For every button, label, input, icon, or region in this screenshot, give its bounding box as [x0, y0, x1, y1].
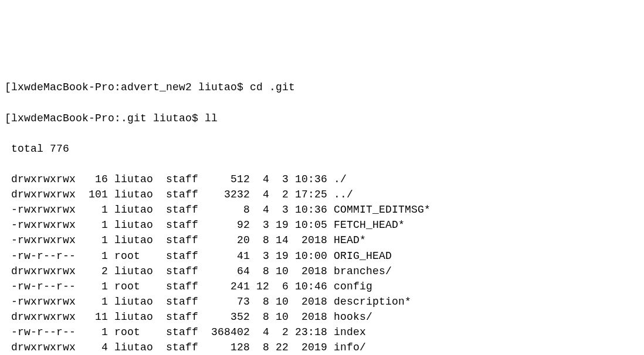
terminal-output: [lxwdeMacBook-Pro:advert_new2 liutao$ cd… [5, 64, 639, 355]
command-text[interactable]: ll [205, 112, 218, 124]
prompt-line-2: [lxwdeMacBook-Pro:.git liutao$ ll [5, 111, 639, 126]
listing-row: drwxrwxrwx 11 liutao staff 352 8 10 2018… [5, 309, 639, 325]
listing-row: drwxrwxrwx 16 liutao staff 512 4 3 10:36… [5, 172, 639, 187]
listing-row: drwxrwxrwx 4 liutao staff 128 8 22 2019 … [5, 340, 639, 355]
listing-row: -rwxrwxrwx 1 liutao staff 73 8 10 2018 d… [5, 294, 639, 309]
listing-row: drwxrwxrwx 2 liutao staff 64 8 10 2018 b… [5, 264, 639, 279]
listing-row: drwxrwxrwx 101 liutao staff 3232 4 2 17:… [5, 187, 639, 202]
prompt-text: [lxwdeMacBook-Pro:.git liutao$ [5, 112, 205, 124]
listing-row: -rw-r--r-- 1 root staff 41 3 19 10:00 OR… [5, 248, 639, 264]
listing-row: -rwxrwxrwx 1 liutao staff 8 4 3 10:36 CO… [5, 202, 639, 217]
listing-row: -rwxrwxrwx 1 liutao staff 92 3 19 10:05 … [5, 217, 639, 233]
listing-row: -rw-r--r-- 1 root staff 368402 4 2 23:18… [5, 325, 639, 340]
file-listing: drwxrwxrwx 16 liutao staff 512 4 3 10:36… [5, 172, 639, 355]
total-line: total 776 [5, 141, 639, 156]
listing-row: -rwxrwxrwx 1 liutao staff 20 8 14 2018 H… [5, 233, 639, 248]
prompt-text: [lxwdeMacBook-Pro:advert_new2 liutao$ [5, 81, 250, 93]
command-text[interactable]: cd .git [250, 81, 295, 93]
prompt-line-1: [lxwdeMacBook-Pro:advert_new2 liutao$ cd… [5, 80, 639, 95]
listing-row: -rw-r--r-- 1 root staff 241 12 6 10:46 c… [5, 279, 639, 294]
